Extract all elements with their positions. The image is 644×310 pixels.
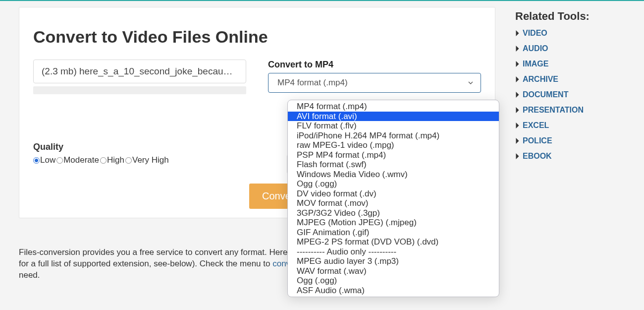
related-tool-link[interactable]: IMAGE	[515, 60, 625, 68]
quality-option[interactable]: Low	[33, 155, 55, 165]
quality-radio[interactable]	[33, 157, 40, 164]
upload-progress-bar	[33, 86, 246, 94]
quality-radio[interactable]	[100, 157, 107, 164]
related-tool-link[interactable]: EBOOK	[515, 152, 625, 161]
format-option[interactable]: DV video format (.dv)	[288, 189, 499, 199]
chevron-right-icon	[515, 61, 520, 67]
chevron-right-icon	[515, 30, 520, 37]
format-option[interactable]: ---------- Audio only ----------	[288, 247, 499, 257]
format-option[interactable]: MOV format (.mov)	[288, 198, 499, 208]
chevron-right-icon	[515, 107, 520, 114]
format-option[interactable]: MPEG audio layer 3 (.mp3)	[288, 256, 499, 266]
chevron-right-icon	[515, 122, 520, 129]
format-option[interactable]: MJPEG (Motion JPEG) (.mjpeg)	[288, 218, 499, 228]
quality-option[interactable]: High	[100, 155, 124, 165]
convert-label: Convert to MP4	[268, 60, 481, 70]
format-option[interactable]: MPEG-2 PS format (DVD VOB) (.dvd)	[288, 237, 499, 247]
format-option[interactable]: MP4 format (.mp4)	[288, 102, 499, 112]
related-tool-link[interactable]: AUDIO	[515, 44, 625, 53]
format-option[interactable]: 3GP/3G2 Video (.3gp)	[288, 208, 499, 218]
page-title: Convert to Video Files Online	[33, 27, 481, 47]
chevron-right-icon	[515, 137, 520, 144]
format-option[interactable]: Ogg (.ogg)	[288, 276, 499, 286]
quality-radio[interactable]	[125, 157, 132, 164]
format-option[interactable]: AVI format (.avi)	[288, 112, 499, 122]
format-select-value: MP4 format (.mp4)	[277, 78, 348, 88]
format-option[interactable]: Flash format (.swf)	[288, 160, 499, 170]
quality-radio[interactable]	[56, 157, 63, 164]
format-option[interactable]: iPod/iPhone H.264 MP4 format (.mp4)	[288, 131, 499, 141]
chevron-right-icon	[515, 153, 520, 160]
format-option[interactable]: WAV format (.wav)	[288, 266, 499, 276]
related-tool-link[interactable]: EXCEL	[515, 121, 625, 130]
format-option[interactable]: Ogg (.ogg)	[288, 179, 499, 189]
chevron-right-icon	[515, 91, 520, 98]
format-select[interactable]: MP4 format (.mp4)	[268, 73, 481, 93]
related-tool-link[interactable]: PRESENTATION	[515, 106, 625, 115]
chevron-down-icon	[467, 79, 475, 87]
converter-card: Convert to Video Files Online (2.3 mb) h…	[19, 7, 495, 218]
format-option[interactable]: PSP MP4 format (.mp4)	[288, 150, 499, 160]
quality-option[interactable]: Moderate	[56, 155, 99, 165]
format-option[interactable]: raw MPEG-1 video (.mpg)	[288, 140, 499, 150]
quality-option[interactable]: Very High	[125, 155, 169, 165]
format-option[interactable]: Windows Media Video (.wmv)	[288, 170, 499, 180]
related-tool-link[interactable]: POLICE	[515, 136, 625, 145]
format-option[interactable]: FLV format (.flv)	[288, 121, 499, 131]
chevron-right-icon	[515, 45, 520, 52]
related-heading: Related Tools:	[515, 10, 625, 23]
chevron-right-icon	[515, 76, 520, 83]
file-input-display[interactable]: (2.3 mb) here_s_a_10_second_joke_becau…	[33, 60, 246, 83]
related-tool-link[interactable]: VIDEO	[515, 29, 625, 38]
format-option[interactable]: ASF Audio (.wma)	[288, 286, 499, 296]
format-dropdown-list[interactable]: MP4 format (.mp4)AVI format (.avi)FLV fo…	[287, 100, 499, 297]
format-option[interactable]: GIF Animation (.gif)	[288, 228, 499, 238]
related-tools: Related Tools: VIDEOAUDIOIMAGEARCHIVEDOC…	[515, 10, 625, 161]
related-tool-link[interactable]: ARCHIVE	[515, 75, 625, 84]
related-tool-link[interactable]: DOCUMENT	[515, 90, 625, 99]
